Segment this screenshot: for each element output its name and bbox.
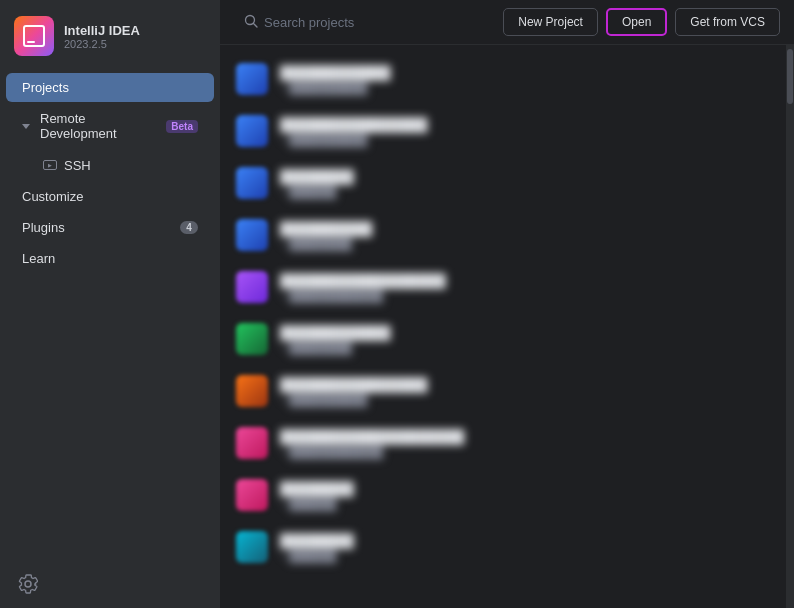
list-item[interactable]: ████████ ~/██████ [220,469,794,521]
app-title-block: IntelliJ IDEA 2023.2.5 [64,23,140,50]
sidebar-item-label-customize: Customize [22,189,198,204]
toolbar: New Project Open Get from VCS [220,0,794,45]
project-name: ████████████████ [280,117,778,132]
project-name: ████████████ [280,65,778,80]
project-info: ████████████ ~/████████ [280,325,778,354]
project-name: ████████████ [280,325,778,340]
ssh-icon [42,157,58,173]
project-icon [236,479,268,511]
settings-button[interactable] [16,572,40,596]
main-content: New Project Open Get from VCS ██████████… [220,0,794,608]
sidebar-item-plugins[interactable]: Plugins 4 [6,213,214,242]
sidebar-item-remote-development[interactable]: Remote Development Beta [6,104,214,148]
get-from-vcs-button[interactable]: Get from VCS [675,8,780,36]
sidebar-item-learn[interactable]: Learn [6,244,214,273]
project-info: ████████████████ ~/██████████ [280,117,778,146]
sidebar: IntelliJ IDEA 2023.2.5 Projects Remote D… [0,0,220,608]
ssh-icon-inner [43,160,57,170]
beta-badge: Beta [166,120,198,133]
projects-list: ████████████ ~/██████████ ██████████████… [220,45,794,608]
project-icon [236,375,268,407]
list-item[interactable]: ██████████ ~/████████ [220,209,794,261]
app-logo-area: IntelliJ IDEA 2023.2.5 [0,0,220,70]
project-info: ████████ ~/██████ [280,169,778,198]
project-icon [236,271,268,303]
project-name: ████████ [280,169,778,184]
svg-line-1 [254,23,258,27]
gear-icon [18,574,38,594]
project-name: ████████████████ [280,377,778,392]
app-icon [14,16,54,56]
sidebar-item-label-ssh: SSH [64,158,198,173]
project-icon [236,63,268,95]
app-version: 2023.2.5 [64,38,140,50]
list-item[interactable]: ████████████████████ ~/████████████ [220,417,794,469]
search-input[interactable] [264,15,483,30]
project-info: ████████████████████ ~/████████████ [280,429,778,458]
project-icon [236,115,268,147]
project-path: ~/██████ [280,550,778,562]
list-item[interactable]: ████████ ~/██████ [220,157,794,209]
sidebar-item-customize[interactable]: Customize [6,182,214,211]
sidebar-bottom [0,560,220,608]
project-icon [236,219,268,251]
sidebar-item-label-plugins: Plugins [22,220,174,235]
new-project-button[interactable]: New Project [503,8,598,36]
project-name: ████████ [280,533,778,548]
sidebar-item-label-learn: Learn [22,251,198,266]
project-icon [236,323,268,355]
project-info: ████████ ~/██████ [280,533,778,562]
project-path: ~/████████████ [280,290,778,302]
project-path: ~/████████ [280,342,778,354]
project-name: ████████████████████ [280,429,778,444]
project-path: ~/██████████ [280,134,778,146]
project-path: ~/████████████ [280,446,778,458]
project-path: ~/████████ [280,238,778,250]
sidebar-item-ssh[interactable]: SSH [6,150,214,180]
project-info: ████████████ ~/██████████ [280,65,778,94]
list-item[interactable]: ████████████ ~/████████ [220,313,794,365]
project-name: ████████ [280,481,778,496]
project-name: ██████████ [280,221,778,236]
scroll-thumb[interactable] [787,49,793,104]
sidebar-item-projects[interactable]: Projects [6,73,214,102]
list-item[interactable]: ████████████ ~/██████████ [220,53,794,105]
project-path: ~/██████ [280,186,778,198]
search-area [234,10,493,35]
sidebar-item-label-projects: Projects [22,80,198,95]
project-info: ██████████████████ ~/████████████ [280,273,778,302]
list-item[interactable]: ████████████████ ~/██████████ [220,105,794,157]
app-name: IntelliJ IDEA [64,23,140,38]
list-item[interactable]: ██████████████████ ~/████████████ [220,261,794,313]
project-info: ████████ ~/██████ [280,481,778,510]
toolbar-buttons: New Project Open Get from VCS [503,8,780,36]
app-icon-inner [23,25,45,47]
open-button[interactable]: Open [606,8,667,36]
project-info: ██████████ ~/████████ [280,221,778,250]
sidebar-nav: Projects Remote Development Beta SSH Cus… [0,70,220,560]
project-name: ██████████████████ [280,273,778,288]
scroll-track [786,45,794,608]
project-info: ████████████████ ~/██████████ [280,377,778,406]
chevron-down-icon [22,124,30,129]
project-icon [236,427,268,459]
project-icon [236,167,268,199]
list-item[interactable]: ████████ ~/██████ [220,521,794,573]
project-path: ~/██████ [280,498,778,510]
plugins-badge: 4 [180,221,198,234]
project-icon [236,531,268,563]
list-item[interactable]: ████████████████ ~/██████████ [220,365,794,417]
sidebar-item-label-remote-development: Remote Development [40,111,160,141]
project-path: ~/██████████ [280,82,778,94]
project-path: ~/██████████ [280,394,778,406]
search-icon [244,14,258,31]
